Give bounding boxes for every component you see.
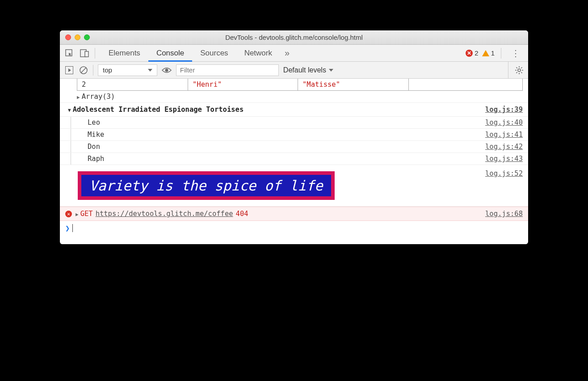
error-counter[interactable]: ✕ 2	[466, 49, 478, 57]
console-log-row[interactable]: Don log.js:42	[60, 141, 528, 153]
tab-elements[interactable]: Elements	[101, 45, 148, 61]
table-cell-index: 2	[77, 79, 188, 90]
console-log-row[interactable]: Mike log.js:41	[60, 129, 528, 141]
console-filterbar: top Default levels	[60, 62, 528, 79]
console-log-row[interactable]: Leo log.js:40	[60, 117, 528, 129]
tab-console[interactable]: Console	[148, 45, 192, 62]
expand-arrow-icon	[77, 93, 82, 101]
console-output: 2 "Henri" "Matisse" Array(3) Adolescent …	[60, 79, 528, 244]
array-expand-row[interactable]: Array(3)	[60, 91, 528, 103]
minimize-button[interactable]	[75, 34, 80, 40]
console-log-row[interactable]: Raph log.js:43	[60, 153, 528, 165]
warning-count: 1	[491, 49, 495, 57]
maximize-button[interactable]	[84, 34, 90, 40]
console-error-row[interactable]: ✕ GET https://devtools.glitch.me/coffee …	[60, 207, 528, 221]
traffic-lights	[60, 34, 90, 40]
inspect-icon[interactable]	[64, 48, 74, 58]
filter-input[interactable]	[176, 64, 279, 76]
chevron-down-icon	[329, 69, 333, 72]
console-group-header[interactable]: Adolescent Irradiated Espionage Tortoise…	[60, 103, 528, 117]
warning-icon	[482, 50, 489, 56]
log-levels-select[interactable]: Default levels	[283, 66, 333, 74]
expand-arrow-icon	[76, 210, 80, 218]
http-method: GET	[80, 210, 93, 218]
toggle-sidebar-icon[interactable]	[64, 65, 74, 75]
tabbar-left	[64, 48, 89, 58]
table-row[interactable]: 2 "Henri" "Matisse"	[77, 79, 523, 91]
levels-label: Default levels	[283, 66, 326, 74]
http-status: 404	[236, 210, 248, 218]
log-text: Don	[88, 143, 100, 151]
error-url-link[interactable]: https://devtools.glitch.me/coffee	[96, 210, 233, 218]
array-label: Array(3)	[82, 93, 115, 101]
console-settings-icon[interactable]	[508, 62, 524, 78]
svg-point-6	[518, 69, 521, 72]
svg-point-5	[165, 68, 168, 72]
tabbar: Elements Console Sources Network » ✕ 2 1…	[60, 45, 528, 62]
text-cursor	[72, 224, 73, 232]
source-link[interactable]: log.js:39	[485, 106, 523, 114]
devtools-window: DevTools - devtools.glitch.me/console/lo…	[60, 30, 528, 244]
more-tabs-icon[interactable]: »	[280, 48, 294, 58]
table-cell-empty	[409, 79, 522, 90]
titlebar: DevTools - devtools.glitch.me/console/lo…	[60, 30, 528, 45]
source-link[interactable]: log.js:52	[485, 167, 523, 178]
warning-counter[interactable]: 1	[482, 49, 495, 57]
log-text: Raph	[88, 155, 104, 163]
svg-rect-2	[85, 51, 88, 57]
svg-line-4	[81, 68, 86, 73]
collapse-arrow-icon	[68, 106, 73, 114]
divider	[95, 48, 95, 59]
source-link[interactable]: log.js:42	[485, 143, 523, 151]
context-label: top	[103, 66, 112, 74]
error-count: 2	[475, 49, 478, 57]
chevron-down-icon	[148, 69, 152, 72]
table-cell-last-name: "Matisse"	[298, 79, 409, 90]
styled-log-row[interactable]: Variety is the spice of life log.js:52	[60, 165, 528, 207]
error-icon: ✕	[65, 211, 72, 217]
divider	[501, 48, 501, 59]
tabbar-right: ✕ 2 1 ⋮	[466, 48, 524, 59]
log-text: Mike	[88, 131, 104, 139]
log-text: Leo	[88, 119, 100, 127]
clear-console-icon[interactable]	[79, 65, 88, 75]
tab-network[interactable]: Network	[236, 45, 280, 61]
styled-log-text: Variety is the spice of life	[78, 171, 335, 200]
tabs: Elements Console Sources Network »	[101, 45, 294, 61]
device-toggle-icon[interactable]	[80, 48, 89, 58]
divider	[93, 65, 93, 76]
source-link[interactable]: log.js:41	[485, 131, 523, 139]
window-title: DevTools - devtools.glitch.me/console/lo…	[60, 34, 528, 41]
source-link[interactable]: log.js:43	[485, 155, 523, 163]
prompt-chevron-icon: ❯	[65, 224, 70, 233]
live-expression-icon[interactable]	[162, 65, 172, 75]
close-button[interactable]	[65, 34, 71, 40]
group-title: Adolescent Irradiated Espionage Tortoise…	[73, 106, 244, 114]
error-icon: ✕	[466, 50, 473, 57]
tab-sources[interactable]: Sources	[192, 45, 236, 61]
source-link[interactable]: log.js:40	[485, 119, 523, 127]
source-link[interactable]: log.js:68	[485, 210, 523, 218]
kebab-menu-icon[interactable]: ⋮	[508, 48, 524, 59]
console-prompt[interactable]: ❯	[60, 221, 528, 235]
execution-context-select[interactable]: top	[98, 64, 157, 76]
table-cell-first-name: "Henri"	[188, 79, 298, 90]
